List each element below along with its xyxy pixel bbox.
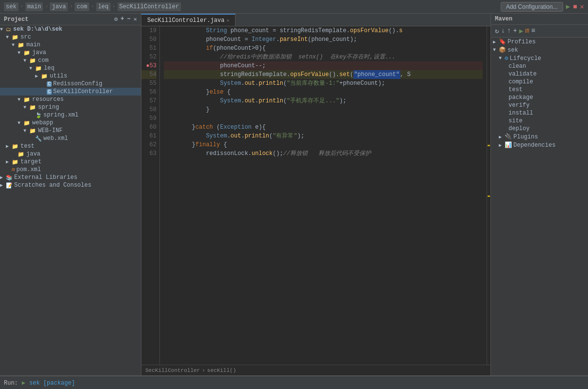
code-line: }finally { <box>164 140 483 149</box>
maven-menu-icon[interactable]: ≡ <box>531 27 535 35</box>
tree-com[interactable]: ▼ 📁 com <box>0 57 141 64</box>
tree-java[interactable]: ▼ 📁 java <box>0 49 141 57</box>
maven-lifecycle-site[interactable]: site <box>491 117 588 125</box>
breadcrumb-controller[interactable]: SecKillController <box>118 2 181 11</box>
sidebar-icon-gear[interactable]: ⚙ <box>114 16 118 23</box>
sidebar-header: Project ⚙ + − ✕ <box>0 14 141 25</box>
editor-area: SecKillController.java ✕ 19 50 51 52 ●53… <box>141 14 490 375</box>
tree-leq[interactable]: ▼ 📁 leq <box>0 64 141 72</box>
maven-plugins-item[interactable]: ▶ 🔌 Plugins <box>491 133 588 141</box>
maven-add-icon[interactable]: + <box>513 27 517 35</box>
line-num: 54 <box>141 70 157 79</box>
tree-webinf[interactable]: ▼ 📁 WEB-INF <box>0 127 141 135</box>
code-line: phoneCount = Integer.parseInt(phone_coun… <box>164 35 483 44</box>
sidebar-icon-close[interactable]: ✕ <box>134 16 137 23</box>
sidebar-icons: ⚙ + − ✕ <box>114 16 137 23</box>
tree-webapp[interactable]: ▼ 📁 webapp <box>0 119 141 127</box>
main-area: Project ⚙ + − ✕ ▼ 🗂 sek D:\a\d\sek ▼ 📁 s… <box>0 14 588 375</box>
maven-lifecycle-install[interactable]: install <box>491 109 588 117</box>
maven-lifecycle-package[interactable]: package <box>491 94 588 101</box>
scroll-bar[interactable] <box>487 26 490 365</box>
maven-lifecycle-item[interactable]: ▼ ⚙ Lifecycle <box>491 54 588 62</box>
tree-pom-xml[interactable]: m pom.xml <box>0 166 141 174</box>
folder-icon: 📁 <box>29 104 36 111</box>
maven-sek-label: sek <box>508 47 518 54</box>
tree-label: External Libraries <box>14 174 78 181</box>
tree-root-sek[interactable]: ▼ 🗂 sek D:\a\d\sek <box>0 25 141 33</box>
tree-arrow: ▼ <box>0 27 6 32</box>
close-icon[interactable]: ✕ <box>580 2 584 11</box>
stop-icon[interactable]: ■ <box>573 3 577 11</box>
tree-label: Scratches and Consoles <box>14 182 91 189</box>
code-line: String phone_count = stringRedisTemplate… <box>164 26 483 35</box>
maven-refresh-icon[interactable]: ↻ <box>495 27 499 35</box>
breadcrumb-leq[interactable]: leq <box>96 2 111 11</box>
maven-run-icon[interactable]: ▶ <box>519 27 523 35</box>
maven-lifecycle-compile[interactable]: compile <box>491 78 588 86</box>
tree-label: resources <box>32 96 64 103</box>
tree-seckill-controller[interactable]: C SecKillController <box>0 88 141 96</box>
maven-profiles-item[interactable]: ▶ 🔖 Profiles <box>491 38 588 46</box>
tree-arrow: ▶ <box>6 143 12 149</box>
code-line: System.out.println("当前库存数量-1:"+phoneCoun… <box>164 79 483 88</box>
tree-web-xml[interactable]: 🔧 web.xml <box>0 135 141 142</box>
breadcrumb-com[interactable]: com <box>75 2 89 11</box>
breadcrumb-java[interactable]: java <box>50 2 68 11</box>
code-line: System.out.println("有异常"); <box>164 132 483 140</box>
tree-src[interactable]: ▼ 📁 src <box>0 33 141 41</box>
maven-lifecycle-verify[interactable]: verify <box>491 101 588 109</box>
tab-seckill-controller[interactable]: SecKillController.java ✕ <box>141 14 235 26</box>
tree-external-libraries[interactable]: ▶ 📚 External Libraries <box>0 174 141 181</box>
run-panel: Run: ▶ sek [package] ↻ ■ ⏸ ↕ 🗑 ⚙ ↗ 当前库存数… <box>0 375 588 389</box>
add-configuration-button[interactable]: Add Configuration... <box>501 2 563 12</box>
maven-toolbar: ↻ ↓ ↑ + ▶ m ≡ <box>491 25 588 38</box>
folder-icon: 📁 <box>35 65 42 72</box>
code-content[interactable]: String phone_count = stringRedisTemplate… <box>160 26 487 365</box>
line-num: 19 <box>141 26 157 35</box>
line-num: 55 <box>141 79 157 88</box>
code-line: //给redis中的数据添加锁 setnx() 在key不存在时,设置... <box>164 53 483 61</box>
breadcrumb-controller-name: SecKillController <box>145 368 200 373</box>
maven-dependencies-item[interactable]: ▶ 📊 Dependencies <box>491 141 588 149</box>
maven-lifecycle-deploy[interactable]: deploy <box>491 125 588 133</box>
tree-label: com <box>38 57 49 64</box>
maven-expand-arrow: ▼ <box>499 56 505 61</box>
tree-scratches[interactable]: ▶ 📝 Scratches and Consoles <box>0 181 141 189</box>
maven-sek-item[interactable]: ▼ 📦 sek <box>491 46 588 54</box>
maven-lifecycle-validate[interactable]: validate <box>491 70 588 78</box>
sidebar-icon-minus[interactable]: − <box>127 16 131 23</box>
line-num: 56 <box>141 88 157 97</box>
line-num: 59 <box>141 114 157 123</box>
code-line <box>164 114 483 123</box>
scroll-marker <box>488 145 490 146</box>
tab-label: SecKillController.java <box>147 17 224 24</box>
maven-lifecycle-clean[interactable]: clean <box>491 62 588 70</box>
tree-test[interactable]: ▶ 📁 test <box>0 142 141 150</box>
tree-resources[interactable]: ▼ 📁 resources <box>0 96 141 103</box>
breadcrumb-sek[interactable]: sek <box>4 2 19 11</box>
tree-label: main <box>26 41 40 48</box>
tree-label: utils <box>50 73 67 79</box>
tree-java2[interactable]: 📁 java <box>0 150 141 158</box>
run-panel-header: Run: ▶ sek [package] <box>0 376 588 389</box>
maven-lifecycle-test[interactable]: test <box>491 86 588 94</box>
tree-utils[interactable]: ▶ 📁 utils <box>0 72 141 80</box>
line-num: 60 <box>141 123 157 132</box>
line-num: 61 <box>141 132 157 140</box>
tab-close-icon[interactable]: ✕ <box>226 18 229 23</box>
maven-upload-icon[interactable]: ↑ <box>507 27 511 35</box>
sidebar-icon-plus[interactable]: + <box>120 16 124 23</box>
project-sidebar: Project ⚙ + − ✕ ▼ 🗂 sek D:\a\d\sek ▼ 📁 s… <box>0 14 141 375</box>
tree-target[interactable]: ▶ 📁 target <box>0 158 141 166</box>
tree-arrow: ▼ <box>23 58 29 63</box>
maven-m-icon[interactable]: m <box>525 27 529 35</box>
tree-label: pom.xml <box>17 166 41 173</box>
tree-spring-folder[interactable]: ▼ 📁 spring <box>0 103 141 111</box>
maven-lifecycle-label: Lifecycle <box>510 55 541 62</box>
tree-redisson-config[interactable]: C RedissonConfig <box>0 80 141 88</box>
maven-download-icon[interactable]: ↓ <box>501 27 505 35</box>
run-icon[interactable]: ▶ <box>566 2 570 11</box>
tree-main[interactable]: ▼ 📁 main <box>0 41 141 49</box>
breadcrumb-main[interactable]: main <box>25 2 43 11</box>
tree-spring-xml[interactable]: 🍃 spring.xml <box>0 111 141 119</box>
